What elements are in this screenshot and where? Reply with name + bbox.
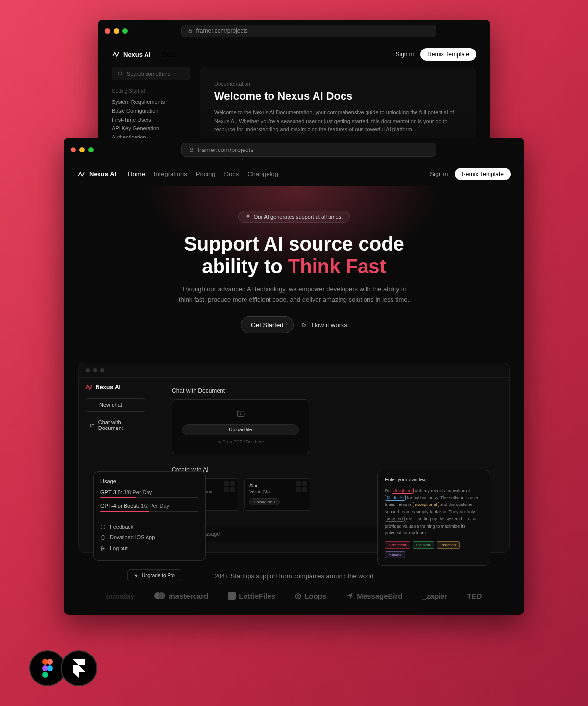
landing-nav: Nexus AI Home Integrations Pricing Docs … <box>64 162 524 186</box>
svg-rect-0 <box>189 31 192 33</box>
traffic-lights <box>105 28 128 34</box>
upload-file-button[interactable]: Upload file <box>182 424 299 435</box>
framer-icon <box>73 659 85 678</box>
remix-button[interactable]: Remix Template <box>455 168 511 180</box>
svg-rect-9 <box>228 592 236 600</box>
tag-opinion[interactable]: Opinion <box>413 541 434 549</box>
logo-icon <box>77 170 85 178</box>
usage-row: GPT-4 or Boost: 1/2 Per Day <box>100 503 198 509</box>
tag-sentiment[interactable]: Sentiment <box>385 541 410 549</box>
brand-lottie: LottieFiles <box>228 592 275 600</box>
brand-ted: TED <box>467 592 482 600</box>
brand-loops: ◎ Loops <box>295 591 326 600</box>
search-placeholder: Search something <box>127 71 171 76</box>
hero-subtitle: Through our advanced AI technology, we e… <box>176 284 412 305</box>
logo-strip: monday mastercard LottieFiles ◎ Loops Me… <box>64 591 524 600</box>
logo-icon <box>112 50 120 58</box>
lock-icon <box>188 28 193 33</box>
sidebar-item[interactable]: Basic Configuration <box>112 106 190 115</box>
svg-point-8 <box>158 592 165 599</box>
tech-badges <box>29 650 97 686</box>
folder-icon <box>90 423 95 428</box>
feedback-button[interactable]: Feedback <box>100 521 198 532</box>
chat-document-button[interactable]: Chat with Document <box>85 416 146 434</box>
maximize-icon[interactable] <box>88 147 94 152</box>
docs-description: Welcome to the Nexus AI Documentation, y… <box>214 108 462 134</box>
svg-rect-6 <box>102 535 104 539</box>
dot-icon <box>100 368 104 372</box>
app-brand: Nexus AI <box>85 383 146 391</box>
highlight-entity: Model AI <box>385 495 406 501</box>
svg-rect-3 <box>190 150 193 152</box>
usage-bar <box>100 511 198 512</box>
sidebar-item[interactable]: System Requirements <box>112 98 190 106</box>
hero-title: Support AI source code ability to Think … <box>83 232 505 277</box>
hero-accent: Think Fast <box>288 255 386 277</box>
thumbnail-grid <box>224 481 235 492</box>
get-started-button[interactable]: Get Started <box>241 316 294 333</box>
upload-dropzone[interactable]: Upload file or Drop PDF / Doc here <box>172 399 309 454</box>
url-bar[interactable]: framer.com/projects <box>181 143 436 157</box>
url-bar[interactable]: framer.com/projects <box>181 25 436 37</box>
dot-icon <box>93 368 97 372</box>
new-chat-button[interactable]: New chat <box>85 398 146 412</box>
docs-tab[interactable]: Docs <box>162 51 177 58</box>
usage-title: Usage <box>100 479 198 484</box>
sidebar-item[interactable]: API Key Generation <box>112 124 190 133</box>
upgrade-pro-button[interactable]: Upgrade to Pro <box>127 569 181 581</box>
tag-reaction[interactable]: Reaction <box>437 541 460 549</box>
tag-row: Sentiment Opinion Reaction Actions <box>385 541 483 558</box>
play-icon <box>301 322 307 328</box>
tag-actions[interactable]: Actions <box>385 551 405 558</box>
brand-logo[interactable]: Nexus AI <box>112 50 150 58</box>
docs-eyebrow: Documentation <box>214 81 462 87</box>
url-text: framer.com/projects <box>198 146 254 153</box>
window-chrome: framer.com/projects <box>64 138 524 162</box>
url-text: framer.com/projects <box>196 27 248 34</box>
panel-title: Enter your own text <box>385 477 483 482</box>
bird-icon <box>346 592 354 600</box>
window-chrome: framer.com/projects <box>98 20 490 42</box>
loops-icon: ◎ <box>295 591 301 600</box>
brand-monday: monday <box>106 592 135 600</box>
plus-icon <box>90 403 96 408</box>
search-input[interactable]: Search something <box>112 67 190 80</box>
phone-icon <box>100 535 106 540</box>
minimize-icon[interactable] <box>79 147 85 152</box>
svg-point-11 <box>47 659 53 665</box>
svg-point-14 <box>42 672 48 678</box>
brand-mastercard: mastercard <box>154 592 208 600</box>
usage-bar <box>100 497 198 498</box>
close-icon[interactable] <box>105 28 110 34</box>
remix-button[interactable]: Remix Template <box>420 48 476 61</box>
nav-home[interactable]: Home <box>128 170 145 177</box>
minimize-icon[interactable] <box>114 28 119 34</box>
nav-pricing[interactable]: Pricing <box>196 170 216 177</box>
sidebar-item[interactable]: First-Time Users <box>112 115 190 124</box>
figma-badge[interactable] <box>29 650 66 686</box>
highlight-sentiment: delighted <box>392 488 414 494</box>
hero-section: Our AI generates support at all times. S… <box>64 186 524 349</box>
close-icon[interactable] <box>71 147 76 152</box>
maximize-icon[interactable] <box>122 28 128 34</box>
signin-link[interactable]: Sign in <box>395 51 414 58</box>
framer-badge[interactable] <box>61 650 97 686</box>
brand-logo[interactable]: Nexus AI <box>77 170 116 178</box>
nav-changelog[interactable]: Changelog <box>247 170 278 177</box>
app-chrome <box>79 363 509 378</box>
search-icon <box>117 71 123 76</box>
svg-point-5 <box>101 525 105 529</box>
nav-integrations[interactable]: Integrations <box>154 170 187 177</box>
download-ios-button[interactable]: Download iOS App <box>100 532 198 543</box>
brand-name: Nexus AI <box>89 170 116 177</box>
svg-point-13 <box>47 665 53 671</box>
highlight-action: assisted <box>385 516 405 522</box>
logout-button[interactable]: Log out <box>100 543 198 554</box>
text-analysis-panel: Enter your own text I'm delighted with m… <box>377 470 490 566</box>
figma-icon <box>41 658 54 678</box>
upload-badge[interactable]: Upload file › <box>249 498 280 505</box>
vision-chat-card[interactable]: Start Vision Chat Upload file › <box>244 478 310 511</box>
how-it-works-button[interactable]: How it works <box>301 321 347 328</box>
signin-link[interactable]: Sign in <box>430 171 448 177</box>
nav-docs[interactable]: Docs <box>224 170 239 177</box>
